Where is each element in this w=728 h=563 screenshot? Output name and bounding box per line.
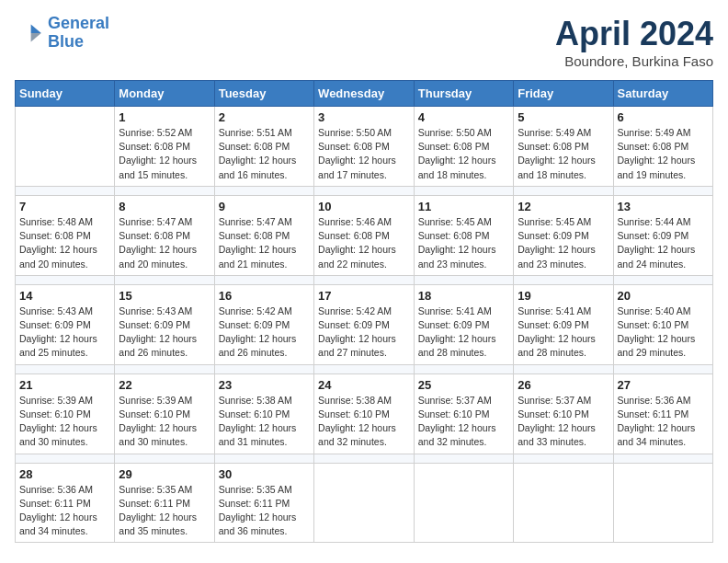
day-info: Sunrise: 5:42 AM Sunset: 6:09 PM Dayligh… bbox=[219, 304, 310, 361]
weekday-header-friday: Friday bbox=[514, 81, 613, 107]
day-info: Sunrise: 5:50 AM Sunset: 6:08 PM Dayligh… bbox=[418, 126, 509, 182]
day-info: Sunrise: 5:46 AM Sunset: 6:08 PM Dayligh… bbox=[318, 215, 410, 271]
day-number: 14 bbox=[19, 289, 110, 303]
week-separator bbox=[16, 364, 713, 373]
weekday-header-tuesday: Tuesday bbox=[214, 81, 313, 107]
calendar-cell: 9Sunrise: 5:47 AM Sunset: 6:08 PM Daylig… bbox=[214, 195, 313, 275]
day-info: Sunrise: 5:45 AM Sunset: 6:08 PM Dayligh… bbox=[418, 215, 509, 271]
day-info: Sunrise: 5:52 AM Sunset: 6:08 PM Dayligh… bbox=[119, 126, 210, 182]
page-header: General Blue April 2024 Boundore, Burkin… bbox=[15, 15, 713, 69]
day-info: Sunrise: 5:38 AM Sunset: 6:10 PM Dayligh… bbox=[219, 394, 310, 450]
calendar-cell: 17Sunrise: 5:42 AM Sunset: 6:09 PM Dayli… bbox=[314, 284, 415, 364]
calendar-week-5: 28Sunrise: 5:36 AM Sunset: 6:11 PM Dayli… bbox=[16, 463, 713, 543]
calendar-cell: 19Sunrise: 5:41 AM Sunset: 6:09 PM Dayli… bbox=[514, 284, 613, 364]
weekday-header-sunday: Sunday bbox=[16, 81, 115, 107]
calendar-cell: 11Sunrise: 5:45 AM Sunset: 6:08 PM Dayli… bbox=[414, 195, 513, 275]
calendar-cell: 24Sunrise: 5:38 AM Sunset: 6:10 PM Dayli… bbox=[314, 373, 415, 454]
day-number: 1 bbox=[119, 110, 210, 124]
calendar-cell: 22Sunrise: 5:39 AM Sunset: 6:10 PM Dayli… bbox=[115, 373, 214, 454]
calendar-cell bbox=[16, 107, 115, 187]
day-number: 18 bbox=[418, 289, 509, 303]
calendar-cell: 21Sunrise: 5:39 AM Sunset: 6:10 PM Dayli… bbox=[16, 373, 115, 454]
month-title: April 2024 bbox=[555, 15, 713, 53]
calendar-cell bbox=[613, 463, 713, 543]
day-info: Sunrise: 5:45 AM Sunset: 6:09 PM Dayligh… bbox=[518, 215, 609, 271]
day-info: Sunrise: 5:42 AM Sunset: 6:09 PM Dayligh… bbox=[318, 304, 410, 361]
day-number: 27 bbox=[618, 378, 710, 392]
calendar-cell: 4Sunrise: 5:50 AM Sunset: 6:08 PM Daylig… bbox=[414, 107, 513, 187]
calendar-cell bbox=[514, 463, 613, 543]
day-number: 24 bbox=[318, 378, 410, 392]
calendar-cell: 25Sunrise: 5:37 AM Sunset: 6:10 PM Dayli… bbox=[414, 373, 513, 454]
day-info: Sunrise: 5:40 AM Sunset: 6:10 PM Dayligh… bbox=[618, 304, 710, 361]
calendar-cell: 10Sunrise: 5:46 AM Sunset: 6:08 PM Dayli… bbox=[314, 195, 415, 275]
calendar-week-1: 1Sunrise: 5:52 AM Sunset: 6:08 PM Daylig… bbox=[16, 107, 713, 187]
calendar-cell: 29Sunrise: 5:35 AM Sunset: 6:11 PM Dayli… bbox=[115, 463, 214, 543]
day-info: Sunrise: 5:49 AM Sunset: 6:08 PM Dayligh… bbox=[618, 126, 710, 182]
day-info: Sunrise: 5:48 AM Sunset: 6:08 PM Dayligh… bbox=[19, 215, 110, 271]
day-number: 16 bbox=[219, 289, 310, 303]
logo-icon bbox=[15, 18, 44, 48]
day-info: Sunrise: 5:37 AM Sunset: 6:10 PM Dayligh… bbox=[518, 394, 609, 450]
calendar-cell: 20Sunrise: 5:40 AM Sunset: 6:10 PM Dayli… bbox=[613, 284, 713, 364]
day-number: 17 bbox=[318, 289, 410, 303]
day-info: Sunrise: 5:44 AM Sunset: 6:09 PM Dayligh… bbox=[618, 215, 710, 271]
day-number: 10 bbox=[318, 200, 410, 213]
day-number: 26 bbox=[518, 378, 609, 392]
day-info: Sunrise: 5:35 AM Sunset: 6:11 PM Dayligh… bbox=[219, 483, 310, 539]
day-number: 30 bbox=[219, 467, 310, 481]
weekday-header-row: SundayMondayTuesdayWednesdayThursdayFrid… bbox=[16, 81, 713, 107]
day-info: Sunrise: 5:37 AM Sunset: 6:10 PM Dayligh… bbox=[418, 394, 509, 450]
calendar-cell: 8Sunrise: 5:47 AM Sunset: 6:08 PM Daylig… bbox=[115, 195, 214, 275]
svg-marker-1 bbox=[31, 33, 41, 42]
calendar-week-4: 21Sunrise: 5:39 AM Sunset: 6:10 PM Dayli… bbox=[16, 373, 713, 454]
day-number: 19 bbox=[518, 289, 609, 303]
day-info: Sunrise: 5:36 AM Sunset: 6:11 PM Dayligh… bbox=[19, 483, 110, 539]
day-number: 9 bbox=[219, 200, 310, 213]
day-info: Sunrise: 5:47 AM Sunset: 6:08 PM Dayligh… bbox=[119, 215, 210, 271]
calendar-cell bbox=[414, 463, 513, 543]
calendar-cell: 30Sunrise: 5:35 AM Sunset: 6:11 PM Dayli… bbox=[214, 463, 313, 543]
calendar-cell: 7Sunrise: 5:48 AM Sunset: 6:08 PM Daylig… bbox=[16, 195, 115, 275]
week-separator bbox=[16, 186, 713, 195]
day-number: 25 bbox=[418, 378, 509, 392]
logo: General Blue bbox=[15, 15, 109, 52]
weekday-header-thursday: Thursday bbox=[414, 81, 513, 107]
svg-marker-0 bbox=[31, 24, 41, 33]
day-number: 11 bbox=[418, 200, 509, 213]
day-number: 6 bbox=[618, 110, 710, 124]
calendar-week-3: 14Sunrise: 5:43 AM Sunset: 6:09 PM Dayli… bbox=[16, 284, 713, 364]
calendar-cell: 3Sunrise: 5:50 AM Sunset: 6:08 PM Daylig… bbox=[314, 107, 415, 187]
day-number: 13 bbox=[618, 200, 710, 213]
day-number: 8 bbox=[119, 200, 210, 213]
calendar-cell: 26Sunrise: 5:37 AM Sunset: 6:10 PM Dayli… bbox=[514, 373, 613, 454]
title-block: April 2024 Boundore, Burkina Faso bbox=[555, 15, 713, 69]
day-info: Sunrise: 5:47 AM Sunset: 6:08 PM Dayligh… bbox=[219, 215, 310, 271]
calendar-cell: 27Sunrise: 5:36 AM Sunset: 6:11 PM Dayli… bbox=[613, 373, 713, 454]
day-info: Sunrise: 5:50 AM Sunset: 6:08 PM Dayligh… bbox=[318, 126, 410, 182]
day-number: 28 bbox=[19, 467, 110, 481]
location-subtitle: Boundore, Burkina Faso bbox=[555, 53, 713, 69]
calendar-cell: 23Sunrise: 5:38 AM Sunset: 6:10 PM Dayli… bbox=[214, 373, 313, 454]
day-number: 21 bbox=[19, 378, 110, 392]
day-info: Sunrise: 5:43 AM Sunset: 6:09 PM Dayligh… bbox=[19, 304, 110, 361]
weekday-header-wednesday: Wednesday bbox=[314, 81, 415, 107]
calendar-cell: 1Sunrise: 5:52 AM Sunset: 6:08 PM Daylig… bbox=[115, 107, 214, 187]
day-number: 23 bbox=[219, 378, 310, 392]
week-separator bbox=[16, 454, 713, 463]
calendar-cell: 15Sunrise: 5:43 AM Sunset: 6:09 PM Dayli… bbox=[115, 284, 214, 364]
calendar-cell: 6Sunrise: 5:49 AM Sunset: 6:08 PM Daylig… bbox=[613, 107, 713, 187]
calendar-cell: 5Sunrise: 5:49 AM Sunset: 6:08 PM Daylig… bbox=[514, 107, 613, 187]
day-number: 22 bbox=[119, 378, 210, 392]
calendar-cell: 13Sunrise: 5:44 AM Sunset: 6:09 PM Dayli… bbox=[613, 195, 713, 275]
calendar-cell: 18Sunrise: 5:41 AM Sunset: 6:09 PM Dayli… bbox=[414, 284, 513, 364]
calendar-cell: 28Sunrise: 5:36 AM Sunset: 6:11 PM Dayli… bbox=[16, 463, 115, 543]
calendar-week-2: 7Sunrise: 5:48 AM Sunset: 6:08 PM Daylig… bbox=[16, 195, 713, 275]
day-number: 20 bbox=[618, 289, 710, 303]
day-number: 3 bbox=[318, 110, 410, 124]
logo-text: General Blue bbox=[48, 15, 109, 52]
day-number: 4 bbox=[418, 110, 509, 124]
day-info: Sunrise: 5:49 AM Sunset: 6:08 PM Dayligh… bbox=[518, 126, 609, 182]
day-info: Sunrise: 5:38 AM Sunset: 6:10 PM Dayligh… bbox=[318, 394, 410, 450]
weekday-header-saturday: Saturday bbox=[613, 81, 713, 107]
